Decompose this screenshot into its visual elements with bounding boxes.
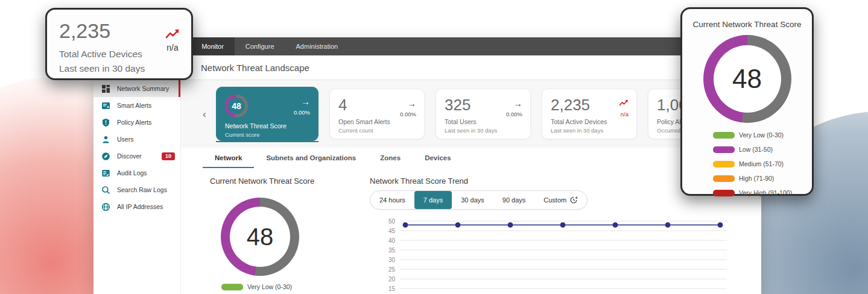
history-clock-icon [569,196,578,204]
sidebar-item-label: All IP Addresses [117,203,163,210]
popout-device-count: 2,235 [59,19,179,43]
sidebar-item-audit-logs[interactable]: Audit Logs [93,164,180,181]
metric-card-network-threat-score[interactable]: 48 → 0.00% Network Threat Score Current … [216,87,318,141]
legend-item-very-low: Very Low (0-30) [217,283,370,290]
sidebar-item-label: Search Raw Logs [117,186,167,193]
legend-item-medium: Medium (51-70) [709,160,803,167]
globe-icon [101,202,110,211]
user-icon [101,135,110,144]
legend-item-high: High (71-90) [709,175,803,182]
sidebar-item-label: Smart Alerts [117,102,151,109]
flat-arrow-icon: → [506,99,522,108]
mini-gauge-value: 48 [225,95,248,117]
discover-count-badge: 10 [162,152,175,160]
tab-devices[interactable]: Devices [413,148,463,168]
page-title: Network Threat Landscape [201,63,309,73]
sidebar-item-policy-alerts[interactable]: Policy Alerts [93,114,180,131]
svg-text:25: 25 [388,266,396,273]
threat-score-popout-card: Current Network Threat Score 48 Very Low… [680,7,814,196]
trending-up-icon [619,99,629,108]
svg-text:20: 20 [388,276,396,283]
sidebar-item-network-summary[interactable]: Network Summary [93,80,180,97]
section-tabs: Network Subnets and Organizations Zones … [181,148,761,168]
popout-severity-legend: Very Low (0-30) Low (31-50) Medium (51-7… [709,131,803,196]
legend-swatch [713,190,735,196]
search-icon [101,186,110,195]
sidebar-item-smart-alerts[interactable]: Smart Alerts [93,97,180,114]
range-24-hours[interactable]: 24 hours [370,191,414,209]
range-30-days[interactable]: 30 days [452,191,493,209]
metric-card-total-users[interactable]: 325 → 0.00% Total Users Last seen in 30 … [436,89,531,139]
range-custom[interactable]: Custom [534,191,587,209]
metric-delta: → 0.00% [400,99,416,119]
sidebar-item-label: Discover [117,152,142,160]
shield-alert-icon [101,118,110,127]
legend-item-very-high: Very High (91-100) [709,189,803,196]
legend-swatch [713,175,735,182]
page-header: Network Threat Landscape [181,55,761,80]
tab-content: Current Network Threat Score 48 Very Low… [181,168,761,294]
legend-item-low: Low (31-50) [709,146,803,153]
screenshot-canvas: Network Summary Smart Alerts Policy Aler… [0,0,868,294]
legend-swatch [713,146,735,153]
total-active-devices-popout-card: 2,235 n/a Total Active Devices Last seen… [45,8,193,80]
main-area: d Monitor Configure Administration Netwo… [181,37,761,294]
top-nav: d Monitor Configure Administration [181,37,761,55]
threat-score-gauge: 48 [221,198,299,276]
sidebar-item-users[interactable]: Users [93,131,180,148]
severity-legend: Very Low (0-30) Low (31-50) [217,283,370,294]
svg-text:45: 45 [388,228,396,234]
tab-zones[interactable]: Zones [368,148,413,168]
metric-carousel: ‹ 48 → 0.00% Network Threat Score Curren… [181,80,761,148]
audit-log-icon [101,169,110,178]
gauge-section-title: Current Network Threat Score [210,177,370,186]
sidebar-item-all-ip-addresses[interactable]: All IP Addresses [93,198,180,215]
trending-up-icon [165,31,180,42]
nav-tab-monitor[interactable]: Monitor [191,37,235,55]
legend-swatch [713,132,735,139]
metric-card-total-active-devices[interactable]: 2,235 n/a Total Active Devices Last seen… [542,89,637,139]
metric-delta: → 0.00% [506,99,522,119]
nav-tab-configure[interactable]: Configure [235,37,285,55]
sidebar-item-label: Network Summary [117,85,169,92]
legend-item-very-low: Very Low (0-30) [709,131,803,139]
popout-trend: n/a [165,28,180,52]
sidebar-item-label: Users [117,136,133,143]
compass-icon [101,152,110,161]
metric-card-open-smart-alerts[interactable]: 4 → 0.00% Open Smart Alerts Current coun… [329,89,425,139]
sidebar-item-search-raw-logs[interactable]: Search Raw Logs [93,181,180,198]
svg-text:40: 40 [388,237,396,244]
dashboard-icon [101,84,110,93]
svg-text:50: 50 [388,218,396,225]
time-range-selector: 24 hours 7 days 30 days 90 days Custom [370,190,588,210]
sidebar-item-discover[interactable]: Discover 10 [93,148,180,164]
range-90-days[interactable]: 90 days [493,191,535,209]
current-threat-score-section: Current Network Threat Score 48 Very Low… [210,177,370,294]
legend-swatch [221,284,243,290]
range-7-days[interactable]: 7 days [414,191,452,209]
app-window: Network Summary Smart Alerts Policy Aler… [93,37,761,294]
popout-threat-score-gauge: 48 [703,35,791,123]
selected-card-underline [216,141,318,142]
metric-delta: n/a [619,99,629,119]
gauge-value: 48 [221,198,299,276]
carousel-prev-button[interactable]: ‹ [203,109,211,119]
svg-text:15: 15 [388,286,396,292]
sidebar-item-label: Audit Logs [117,169,147,177]
sidebar-item-label: Policy Alerts [117,119,151,126]
svg-text:30: 30 [388,257,396,263]
popout-title: Current Network Threat Score [691,20,803,29]
metric-delta: → 0.00% [294,97,310,117]
tab-subnets-and-organizations[interactable]: Subnets and Organizations [254,148,368,168]
threat-score-trend-chart[interactable]: 5045403530252015 [370,214,727,292]
popout-gauge-value: 48 [703,35,791,123]
flat-arrow-icon: → [400,99,416,108]
mini-threat-score-gauge: 48 [225,95,248,117]
legend-swatch [713,161,735,167]
smart-alert-icon [101,101,110,110]
svg-text:35: 35 [388,247,396,254]
tab-network[interactable]: Network [203,148,254,168]
flat-arrow-icon: → [294,97,310,106]
nav-tab-administration[interactable]: Administration [285,37,349,55]
